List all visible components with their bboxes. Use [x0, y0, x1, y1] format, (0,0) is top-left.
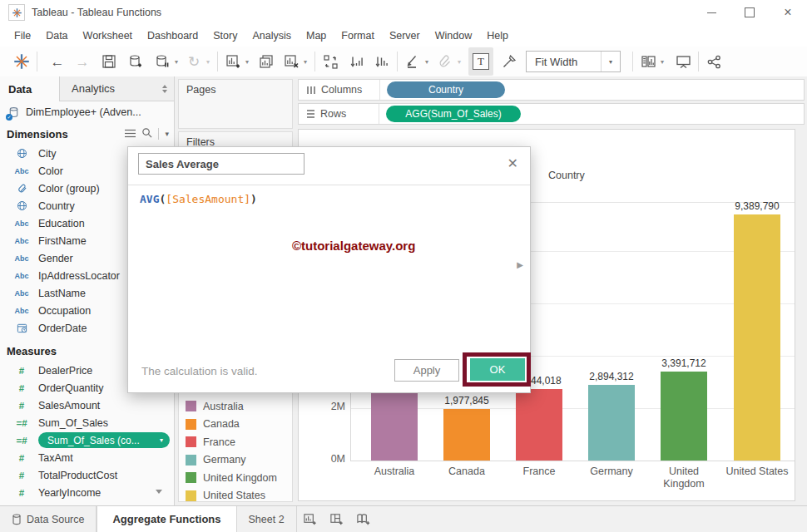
legend-swatch — [186, 419, 196, 430]
abc-icon: Abc — [12, 219, 31, 228]
toolbar-separator — [698, 52, 699, 71]
measure-sum-of-sales-co[interactable]: =#Sum_Of_Sales (co...▾ — [0, 431, 174, 449]
find-field-icon[interactable] — [141, 127, 152, 140]
apply-button[interactable]: Apply — [394, 359, 459, 382]
columns-pill[interactable]: Country — [387, 81, 505, 98]
calculation-name-input[interactable] — [138, 153, 304, 175]
dimensions-header: Dimensions ▾ — [0, 123, 174, 145]
legend-item-france[interactable]: France — [179, 433, 292, 451]
bar-australia[interactable] — [371, 387, 418, 461]
pause-dropdown-caret[interactable]: ▾ — [172, 58, 181, 66]
minimize-button[interactable] — [692, 0, 730, 25]
measure-salesamount[interactable]: #SalesAmount — [0, 397, 174, 414]
sort-descending-icon[interactable] — [372, 50, 392, 73]
measure-yearlyincome[interactable]: #YearlyIncome — [0, 484, 174, 501]
cards-dropdown-caret[interactable]: ▾ — [658, 58, 666, 66]
new-story-tab-icon[interactable] — [350, 506, 377, 532]
expand-panel-icon[interactable]: ▶ — [517, 260, 523, 269]
menu-server[interactable]: Server — [382, 30, 428, 42]
tableau-logo-icon — [8, 4, 25, 21]
group-dropdown-caret: ▾ — [455, 58, 463, 66]
toolbar: ← → ▾ ↻ ▾ ▾ ▾ — [0, 47, 807, 76]
ok-button[interactable]: OK — [470, 358, 525, 381]
menu-window[interactable]: Window — [428, 30, 479, 42]
abc-icon: Abc — [12, 254, 31, 263]
sort-ascending-icon[interactable] — [347, 50, 367, 73]
measure-sum-of-sales[interactable]: =#Sum_Of_Sales — [0, 414, 174, 431]
watermark-text: ©tutorialgateway.org — [292, 239, 415, 253]
selected-measure-pill[interactable]: Sum_Of_Sales (co...▾ — [38, 432, 170, 448]
color-legend-card[interactable]: AustraliaCanadaFranceGermanyUnited Kingd… — [178, 391, 293, 502]
menu-dashboard[interactable]: Dashboard — [140, 30, 205, 42]
pause-auto-updates-icon[interactable] — [152, 50, 172, 73]
measure-taxamt[interactable]: #TaxAmt — [0, 449, 174, 466]
fields-menu-caret[interactable]: ▾ — [165, 130, 169, 138]
presentation-mode-icon[interactable] — [673, 50, 693, 73]
close-button[interactable]: × — [769, 0, 807, 25]
tab-data[interactable]: Data — [0, 76, 60, 101]
pill-caret-icon[interactable]: ▾ — [160, 436, 163, 444]
dialog-close-icon[interactable]: ✕ — [507, 155, 518, 171]
menu-data[interactable]: Data — [38, 30, 75, 42]
menu-story[interactable]: Story — [205, 30, 245, 42]
bar-united-kingdom[interactable] — [661, 372, 707, 461]
tab-data-source[interactable]: Data Source — [0, 506, 97, 532]
columns-shelf[interactable]: Columns Country — [298, 79, 805, 101]
fit-mode-value: Fit Width — [527, 56, 601, 68]
save-icon[interactable] — [99, 50, 119, 73]
datasource-item[interactable]: ✓ DimEmployee+ (Adven... — [0, 101, 174, 123]
highlight-icon[interactable] — [403, 50, 423, 73]
show-hide-cards-icon[interactable] — [638, 50, 658, 73]
abc-icon: Abc — [12, 307, 31, 315]
duplicate-sheet-icon[interactable] — [256, 50, 276, 73]
menu-file[interactable]: File — [7, 30, 38, 42]
bar-canada[interactable] — [443, 409, 490, 461]
legend-item-canada[interactable]: Canada — [179, 416, 292, 434]
calc-hash-icon: =# — [12, 436, 31, 446]
add-datasource-icon[interactable] — [126, 50, 146, 73]
legend-item-germany[interactable]: Germany — [179, 451, 292, 470]
bar-germany[interactable] — [588, 385, 635, 461]
legend-swatch — [186, 490, 196, 501]
fit-selector[interactable]: Fit Width ▾ — [526, 51, 621, 72]
rows-icon — [307, 110, 314, 118]
view-list-icon[interactable] — [125, 128, 136, 140]
menu-worksheet[interactable]: Worksheet — [76, 30, 141, 42]
maximize-button[interactable] — [730, 0, 769, 25]
bar-united-states[interactable] — [734, 214, 780, 461]
tableau-logo-icon[interactable] — [12, 50, 32, 73]
bar-value-label: 9,389,790 — [715, 200, 799, 212]
rows-shelf[interactable]: Rows AGG(Sum_Of_Sales) — [298, 103, 805, 125]
scroll-down-icon[interactable] — [156, 490, 162, 494]
clear-sheet-icon[interactable] — [281, 50, 301, 73]
menu-map[interactable]: Map — [299, 30, 334, 42]
pane-splitter-icon[interactable] — [162, 85, 167, 93]
tab-sheet-2[interactable]: Sheet 2 — [237, 506, 297, 532]
menu-format[interactable]: Format — [334, 30, 382, 42]
new-worksheet-dropdown-caret[interactable]: ▾ — [243, 58, 251, 66]
new-worksheet-icon[interactable] — [223, 50, 243, 73]
new-dashboard-tab-icon[interactable] — [324, 506, 350, 532]
undo-icon[interactable]: ← — [47, 50, 67, 73]
tab-analytics[interactable]: Analytics — [60, 76, 174, 101]
bar-france[interactable] — [516, 389, 562, 461]
legend-item-australia[interactable]: Australia — [179, 397, 292, 416]
measure-totalproductcost[interactable]: #TotalProductCost — [0, 466, 174, 484]
legend-item-united-kingdom[interactable]: United Kingdom — [179, 469, 292, 487]
tab-aggregate-functions[interactable]: Aggregate Functions — [97, 506, 236, 532]
share-icon[interactable] — [704, 50, 724, 73]
rows-pill[interactable]: AGG(Sum_Of_Sales) — [386, 106, 521, 122]
menu-help[interactable]: Help — [479, 30, 516, 42]
clear-dropdown-caret[interactable]: ▾ — [301, 58, 309, 66]
swap-rows-columns-icon[interactable] — [320, 50, 340, 73]
legend-item-united-states[interactable]: United States — [179, 487, 292, 505]
datasource-icon: ✓ — [7, 106, 20, 119]
highlight-dropdown-caret[interactable]: ▾ — [423, 58, 431, 66]
show-mark-labels-icon[interactable]: T — [468, 47, 493, 76]
pages-card[interactable]: Pages — [178, 79, 293, 129]
fit-dropdown-caret[interactable]: ▾ — [601, 52, 620, 71]
new-worksheet-tab-icon[interactable] — [297, 506, 324, 532]
menu-analysis[interactable]: Analysis — [245, 30, 299, 42]
formula-editor[interactable]: AVG([SalesAmount]) — [140, 193, 257, 205]
fix-axes-icon[interactable] — [499, 50, 519, 73]
